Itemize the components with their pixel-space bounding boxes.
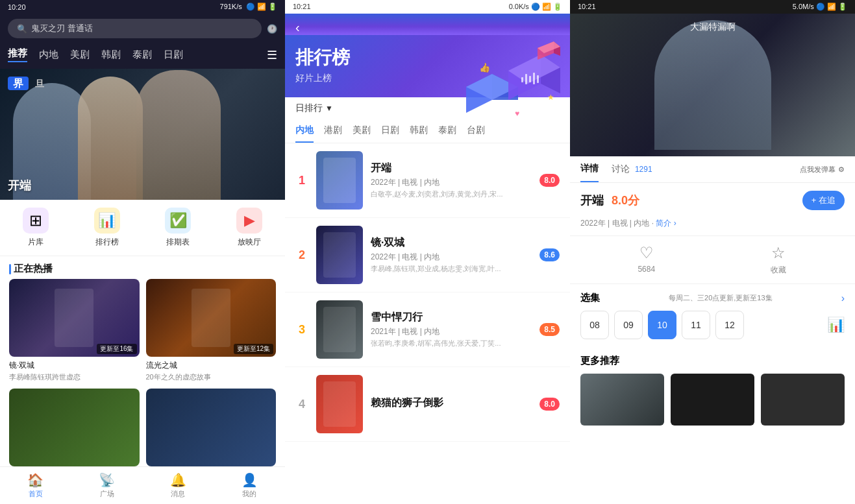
search-bar: 🔍 鬼灭之刃 普通话 🕐 bbox=[0, 14, 285, 43]
favorite-icon: ☆ bbox=[771, 244, 786, 262]
bottom-nav-message[interactable]: 🔔 消息 bbox=[143, 467, 214, 504]
ranking-item-3[interactable]: 3 雪中悍刀行 2021年 | 电视 | 内地 张若昀,李庚希,胡军,高伟光,张… bbox=[285, 293, 570, 367]
hero-banner[interactable]: 界 旦 开端 bbox=[0, 69, 285, 200]
svg-text:♥: ♥ bbox=[515, 109, 519, 118]
quick-icons: ⊞ 片库 📊 排行榜 ✅ 排期表 ▶ 放映厅 bbox=[0, 200, 285, 256]
panel3-detail: 10:21 5.0M/s 🔵 📶 🔋 大漏特漏啊 详情 讨论 1291 点我发弹… bbox=[570, 0, 855, 504]
svg-rect-15 bbox=[533, 73, 535, 84]
tab-hk[interactable]: 港剧 bbox=[324, 119, 342, 143]
theater-icon: ▶ bbox=[236, 208, 262, 234]
show-region: 内地 bbox=[634, 219, 649, 228]
show-card-2[interactable]: 更新至12集 流光之城 20年之久的虚恋故事 bbox=[146, 279, 277, 382]
panel3-status-bar: 10:21 5.0M/s 🔵 📶 🔋 bbox=[570, 0, 855, 14]
favorite-action[interactable]: ☆ 收藏 bbox=[713, 244, 845, 276]
filter-label: 日排行 bbox=[295, 102, 323, 114]
plaza-icon: 📡 bbox=[99, 472, 115, 488]
actions-row: ♡ 5684 ☆ 收藏 bbox=[570, 235, 855, 284]
nav-more-icon[interactable]: ☰ bbox=[267, 48, 277, 62]
schedule-icon-item[interactable]: ✅ 排期表 bbox=[143, 208, 214, 248]
message-icon: 🔔 bbox=[170, 472, 186, 488]
tab-discussion[interactable]: 讨论 1291 bbox=[612, 157, 652, 182]
nav-recommend[interactable]: 推荐 bbox=[8, 47, 27, 62]
show-card-1[interactable]: 更新至16集 镜·双城 李易峰陈钰琪跨世虚恋 bbox=[9, 279, 140, 382]
like-action[interactable]: ♡ 5684 bbox=[580, 244, 713, 276]
show-card-3[interactable] bbox=[9, 389, 140, 466]
show-intro-link[interactable]: 简介 › bbox=[656, 219, 676, 228]
show-desc-1: 李易峰陈钰琪跨世虚恋 bbox=[9, 372, 140, 382]
library-icon: ⊞ bbox=[23, 208, 49, 234]
category-nav: 推荐 内地 美剧 韩剧 泰剧 日剧 ☰ bbox=[0, 43, 285, 69]
theater-icon-item[interactable]: ▶ 放映厅 bbox=[214, 208, 285, 248]
show-rating-section: 开端 8.0分 + 在追 bbox=[570, 183, 855, 218]
rank-thumb-3 bbox=[316, 300, 363, 359]
ep-btn-11[interactable]: 11 bbox=[682, 311, 710, 339]
bottom-nav-profile[interactable]: 👤 我的 bbox=[214, 467, 285, 504]
rank-score-2: 8.6 bbox=[539, 248, 560, 261]
video-player[interactable]: 大漏特漏啊 bbox=[570, 14, 855, 156]
barrage-button[interactable]: 点我发弹幕 ⚙ bbox=[800, 165, 845, 174]
tab-mainland[interactable]: 内地 bbox=[295, 119, 314, 143]
show-thumb-1: 更新至16集 bbox=[9, 279, 140, 357]
nav-kr-drama[interactable]: 韩剧 bbox=[101, 49, 121, 61]
library-icon-item[interactable]: ⊞ 片库 bbox=[0, 208, 71, 248]
rank-score-3: 8.5 bbox=[539, 323, 560, 336]
follow-button[interactable]: + 在追 bbox=[802, 191, 845, 210]
ep-btn-10[interactable]: 10 bbox=[648, 311, 676, 339]
banner-text: 排行榜 好片上榜 bbox=[295, 45, 350, 84]
rank-thumb-2 bbox=[316, 226, 363, 284]
ranking-item-4[interactable]: 4 赖猫的狮子倒影 8.0 bbox=[285, 367, 570, 442]
history-icon[interactable]: 🕐 bbox=[267, 24, 277, 34]
show-type: 电视 bbox=[612, 219, 628, 228]
bottom-nav-plaza[interactable]: 📡 广场 bbox=[71, 467, 143, 504]
show-thumb-4 bbox=[146, 389, 277, 466]
p3-status-time: 10:21 bbox=[578, 3, 596, 11]
search-box[interactable]: 🔍 鬼灭之刃 普通话 bbox=[8, 19, 262, 38]
rank-thumb-img-1 bbox=[316, 151, 363, 210]
ep-btn-08[interactable]: 08 bbox=[580, 311, 609, 339]
filter-arrow-icon[interactable]: ▼ bbox=[325, 104, 333, 113]
bottom-nav: 🏠 首页 📡 广场 🔔 消息 👤 我的 bbox=[0, 466, 285, 504]
recommend-card-2[interactable] bbox=[671, 374, 754, 426]
rank-thumb-img-2 bbox=[316, 226, 363, 284]
ranking-banner: 排行榜 好片上榜 👍 ♥ ★ bbox=[285, 35, 570, 97]
ep-btn-09[interactable]: 09 bbox=[614, 311, 643, 339]
tab-kr[interactable]: 韩剧 bbox=[410, 119, 428, 143]
shows-grid: 更新至16集 镜·双城 李易峰陈钰琪跨世虚恋 更新至12集 流光之城 20年之久… bbox=[0, 279, 285, 382]
show-name-1: 镜·双城 bbox=[9, 360, 140, 371]
back-button[interactable]: ‹ bbox=[295, 20, 300, 35]
show-thumb-img-3 bbox=[9, 389, 140, 466]
recommend-card-1[interactable] bbox=[580, 374, 664, 426]
bottom-nav-home[interactable]: 🏠 首页 bbox=[0, 467, 71, 504]
more-recommend-title: 更多推荐 bbox=[580, 355, 845, 367]
episodes-list: 08 09 10 11 12 📊 bbox=[580, 311, 845, 339]
nav-jp-drama[interactable]: 日剧 bbox=[164, 49, 183, 61]
more-recommend-section: 更多推荐 bbox=[570, 347, 855, 433]
ep-btn-12[interactable]: 12 bbox=[715, 311, 744, 339]
profile-icon: 👤 bbox=[242, 472, 258, 488]
show-desc-2: 20年之久的虚恋故事 bbox=[146, 372, 277, 382]
nav-mainland[interactable]: 内地 bbox=[39, 49, 58, 61]
tab-us[interactable]: 美剧 bbox=[353, 119, 371, 143]
rank-cast-1: 白敬亭,赵今麦,刘奕君,刘涛,黄觉,刘丹,宋... bbox=[371, 189, 532, 199]
rank-number-4: 4 bbox=[295, 398, 308, 411]
show-thumb-3 bbox=[9, 389, 140, 466]
nav-us-drama[interactable]: 美剧 bbox=[70, 49, 90, 61]
ranking-item-2[interactable]: 2 镜·双城 2022年 | 电视 | 内地 李易峰,陈钰琪,郑业成,杨志雯,刘… bbox=[285, 218, 570, 293]
ranking-icon-item[interactable]: 📊 排行榜 bbox=[71, 208, 143, 248]
plaza-label: 广场 bbox=[100, 489, 114, 499]
ranking-label: 排行榜 bbox=[95, 237, 119, 248]
recommend-card-3[interactable] bbox=[761, 374, 845, 426]
svg-text:👍: 👍 bbox=[479, 62, 491, 73]
rank-info-2: 镜·双城 2022年 | 电视 | 内地 李易峰,陈钰琪,郑业成,杨志雯,刘海宽… bbox=[371, 236, 532, 274]
show-card-4[interactable] bbox=[146, 389, 277, 466]
nav-th-drama[interactable]: 泰剧 bbox=[132, 49, 152, 61]
panel1-home: 10:20 791K/s 🔵 📶 🔋 🔍 鬼灭之刃 普通话 🕐 推荐 内地 美剧… bbox=[0, 0, 285, 504]
svg-rect-12 bbox=[521, 77, 523, 82]
tab-detail[interactable]: 详情 bbox=[580, 156, 599, 182]
ranking-item-1[interactable]: 1 开端 2022年 | 电视 | 内地 白敬亭,赵今麦,刘奕君,刘涛,黄觉,刘… bbox=[285, 143, 570, 218]
tab-jp[interactable]: 日剧 bbox=[381, 119, 399, 143]
panel2-header: ‹ bbox=[285, 14, 570, 35]
rank-info-3: 雪中悍刀行 2021年 | 电视 | 内地 张若昀,李庚希,胡军,高伟光,张天爱… bbox=[371, 311, 532, 348]
message-label: 消息 bbox=[171, 489, 185, 499]
episodes-arrow-icon[interactable]: › bbox=[841, 293, 845, 304]
